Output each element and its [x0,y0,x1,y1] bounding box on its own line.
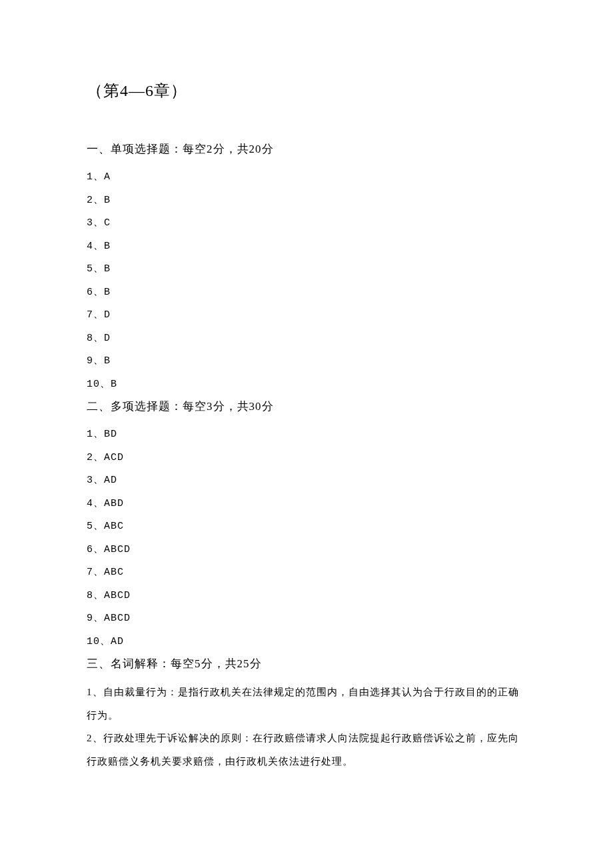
page-title: （第4—6章） [87,80,526,101]
answer-item: 7、ABC [87,561,526,585]
term-item: 1、自由裁量行为：是指行政机关在法律规定的范围内，自由选择其认为合于行政目的的正… [87,681,526,727]
answer-item: 8、ABCD [87,585,526,608]
section-3-terms: 1、自由裁量行为：是指行政机关在法律规定的范围内，自由选择其认为合于行政目的的正… [87,681,526,773]
answer-item: 6、ABCD [87,539,526,562]
answer-item: 10、AD [87,631,526,654]
section-heading-2: 二、多项选择题：每空3分，共30分 [87,399,526,414]
section-heading-1: 一、单项选择题：每空2分，共20分 [87,141,526,157]
answer-item: 3、C [87,212,526,235]
answer-item: 2、ACD [87,447,526,470]
section-1-answers: 1、A 2、B 3、C 4、B 5、B 6、B 7、D 8、D 9、B 10、B [87,166,526,396]
answer-item: 4、B [87,235,526,259]
answer-item: 2、B [87,189,526,213]
answer-item: 5、B [87,258,526,281]
answer-item: 4、ABD [87,493,526,516]
answer-item: 6、B [87,281,526,305]
section-2-answers: 1、BD 2、ACD 3、AD 4、ABD 5、ABC 6、ABCD 7、ABC… [87,423,526,653]
answer-item: 9、ABCD [87,607,526,631]
section-heading-3: 三、名词解释：每空5分，共25分 [87,656,526,671]
answer-item: 5、ABC [87,515,526,539]
answer-item: 3、AD [87,469,526,493]
answer-item: 1、BD [87,423,526,447]
answer-item: 1、A [87,166,526,189]
term-item: 2、行政处理先于诉讼解决的原则：在行政赔偿请求人向法院提起行政赔偿诉讼之前，应先… [87,727,526,773]
answer-item: 10、B [87,373,526,397]
answer-item: 7、D [87,304,526,327]
answer-item: 8、D [87,327,526,351]
answer-item: 9、B [87,350,526,373]
